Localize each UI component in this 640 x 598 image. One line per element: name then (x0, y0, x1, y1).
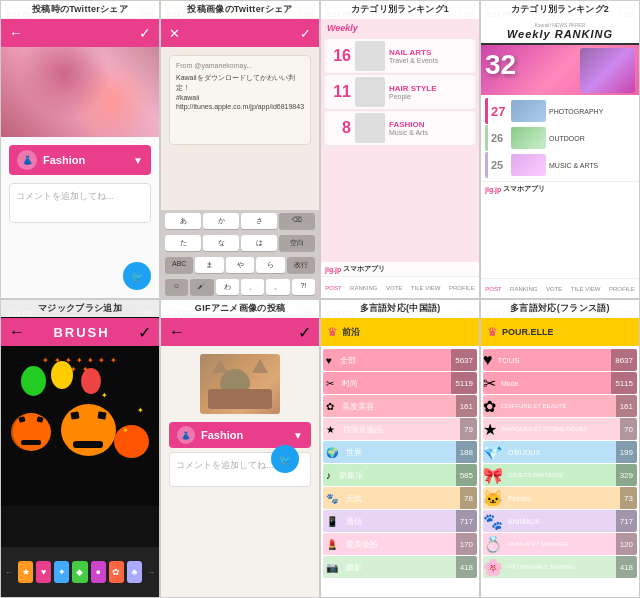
rank-info-1: NAIL ARTS Travel & Events (389, 48, 471, 64)
nav4-post[interactable]: POST (485, 286, 501, 292)
nav4-ranking[interactable]: RANKING (510, 286, 537, 292)
kb-return[interactable]: 改行 (287, 257, 315, 273)
nav4-profile[interactable]: PROFILE (609, 286, 635, 292)
cat-row-8-5[interactable]: 🐱 Félines 73 (483, 487, 637, 509)
rank-thumb-2 (355, 77, 385, 107)
cat-row-8-2[interactable]: ★ MARQUES ET COSMÉTIQUES 70 (483, 418, 637, 440)
rank-row-3[interactable]: 25 MUSIC & ARTS (485, 152, 635, 178)
kb-key[interactable]: 。 (266, 279, 289, 295)
cat-row-8-6[interactable]: 🐾 ANIMAUX 717 (483, 510, 637, 532)
kb-key[interactable]: 、 (241, 279, 264, 295)
cat-row-7-6[interactable]: 📱 通信 717 (323, 510, 477, 532)
brush-tool-7[interactable]: ♣ (127, 561, 142, 583)
cell5-check-icon[interactable]: ✓ (138, 323, 151, 342)
cat-row-8-7[interactable]: 💍 AMOUR ET MARIAGE 120 (483, 533, 637, 555)
cell2-check-icon[interactable]: ✓ (300, 26, 311, 41)
brush-tool-6[interactable]: ✿ (109, 561, 124, 583)
cell6-twitter-button[interactable]: 🐦 (271, 445, 299, 473)
cat-icon-7-4: ♪ (323, 470, 334, 481)
rank-info-2: HAIR STYLE People (389, 84, 471, 100)
cat-row-7-3[interactable]: 🌍 世界 188 (323, 441, 477, 463)
close-icon[interactable]: ✕ (169, 26, 180, 41)
kb-key[interactable]: わ (216, 279, 239, 295)
cat-name-7-1: 美发美容 (337, 395, 456, 417)
kb-mic[interactable]: 🎤 (190, 279, 213, 295)
cell1-label: 投稿時のTwitterシェア (1, 1, 159, 18)
knit-photo (1, 47, 159, 137)
kb-key[interactable]: た (165, 235, 201, 251)
cat-row-8-0[interactable]: ✂ Mode 5115 (483, 372, 637, 394)
nav-post[interactable]: POST (325, 285, 341, 291)
cat-row-7-4[interactable]: ♪ 新娱乐 585 (323, 464, 477, 486)
nav-tile[interactable]: TILE VIEW (411, 285, 441, 291)
rank-item-1[interactable]: 16 NAIL ARTS Travel & Events (325, 39, 475, 73)
cell-twitter-share-post: 投稿時のTwitterシェア 5:14 PM 72% ← ✓ 👗 Fashion… (0, 0, 160, 299)
cat-icon-8-7: 💍 (483, 535, 503, 554)
cat-name-8-7: AMOUR ET MARIAGE (503, 533, 616, 555)
newspaper-header: Kawaii! NEWS PAPER Weekly RANKING (481, 19, 639, 45)
rank-sub-3: Music & Arts (389, 129, 471, 136)
cell6-back-icon[interactable]: ← (169, 323, 185, 341)
kb-key[interactable]: あ (165, 213, 201, 229)
kb-space[interactable]: 空白 (279, 235, 315, 251)
rank-item-2[interactable]: 11 HAIR STYLE People (325, 75, 475, 109)
cat-row-8-4[interactable]: 🎀 OBJETS FANTAISIE 329 (483, 464, 637, 486)
kb-key[interactable]: か (203, 213, 239, 229)
check-icon[interactable]: ✓ (139, 25, 151, 41)
cat-row-7-8[interactable]: 📷 摄影 418 (323, 556, 477, 578)
cell6-dropdown-arrow[interactable]: ▼ (293, 430, 303, 441)
pumpkin-1 (11, 413, 51, 451)
cat-row-7-7[interactable]: 💄 爱美妆扮 170 (323, 533, 477, 555)
kb-key[interactable]: ?! (292, 279, 315, 295)
nav-profile[interactable]: PROFILE (449, 285, 475, 291)
cell6-fashion-selector[interactable]: 👗 Fashion ▼ (169, 422, 311, 448)
fashion-dropdown-arrow[interactable]: ▼ (133, 155, 143, 166)
nav-ranking[interactable]: RANKING (350, 285, 377, 291)
cell6-check-icon[interactable]: ✓ (298, 323, 311, 342)
cat-count-7-3: 188 (456, 441, 477, 463)
fashion-selector[interactable]: 👗 Fashion ▼ (9, 145, 151, 175)
brush-tool-1[interactable]: ★ (18, 561, 33, 583)
cell-category-ranking-1: カテゴリ別ランキング1 5:16 PM 71% Weekly 16 NAIL A… (320, 0, 480, 299)
rank-row-1[interactable]: 27 PHOTOGRAPHY (485, 98, 635, 124)
kb-emoji[interactable]: ☺ (165, 279, 188, 295)
cell-gif-post: GIFアニメ画像の投稿 5:17 PM 71% ← ✓ 👗 Fashion (160, 299, 320, 598)
nav4-vote[interactable]: VOTE (546, 286, 562, 292)
kb-key[interactable]: は (241, 235, 277, 251)
canvas-area[interactable]: ✦ ✦ ✦ ✦ ✦ ✦ ✦ ✦ ✦ (1, 346, 159, 506)
pumpkin2-eye-left (70, 411, 79, 419)
rank-row-2[interactable]: 26 OUTDOOR (485, 125, 635, 151)
kb-key[interactable]: な (203, 235, 239, 251)
cell5-back-icon[interactable]: ← (9, 323, 25, 341)
japanese-keyboard[interactable]: あ か さ ⌫ た な は 空白 ABC ま や ら 改行 (161, 210, 319, 298)
back-icon[interactable]: ← (9, 25, 23, 41)
kb-key[interactable]: ら (256, 257, 284, 273)
cat-row-8-8[interactable]: 🌸 PÂTISSERIES JARDINS 418 (483, 556, 637, 578)
total-row-7[interactable]: ♥ 全部 5637 (323, 349, 477, 371)
kb-delete[interactable]: ⌫ (279, 213, 315, 229)
cell-twitter-share-image: 投稿画像のTwitterシェア 5:16 PM 71% ✕ ✓ From @ya… (160, 0, 320, 299)
total-row-8[interactable]: ♥ TOUS 8637 (483, 349, 637, 371)
kb-abc[interactable]: ABC (165, 257, 193, 273)
cell2-screen: ✕ ✓ From @yamanekomay... Kawaiiをダウンロードして… (161, 19, 319, 298)
nav-vote[interactable]: VOTE (386, 285, 402, 291)
twitter-share-button[interactable]: 🐦 (123, 262, 151, 290)
cat-row-8-3[interactable]: 💎 O'BIJOUX 199 (483, 441, 637, 463)
pumpkin2-eye-right (97, 411, 106, 419)
cat-row-7-0[interactable]: ✂ 时尚 5119 (323, 372, 477, 394)
rank-item-3[interactable]: 8 FASHION Music & Arts (325, 111, 475, 145)
cat-row-7-2[interactable]: ★ 仿妆化妆品 79 (323, 418, 477, 440)
nav4-tile[interactable]: TILE VIEW (571, 286, 601, 292)
brush-tool-4[interactable]: ◆ (72, 561, 87, 583)
kb-key[interactable]: や (226, 257, 254, 273)
kb-key[interactable]: さ (241, 213, 277, 229)
cat-row-7-5[interactable]: 🐾 无线 78 (323, 487, 477, 509)
cat-row-7-1[interactable]: ✿ 美发美容 161 (323, 395, 477, 417)
brush-tool-2[interactable]: ♥ (36, 561, 51, 583)
brush-tool-3[interactable]: ✦ (54, 561, 69, 583)
brush-tool-5[interactable]: ● (91, 561, 106, 583)
kb-key[interactable]: ま (195, 257, 223, 273)
cat-row-8-1[interactable]: ✿ COIFFURE ET BEAUTÉ 161 (483, 395, 637, 417)
cat-count-7-2: 79 (460, 418, 477, 440)
comment-input[interactable]: コメントを追加してね... (9, 183, 151, 223)
